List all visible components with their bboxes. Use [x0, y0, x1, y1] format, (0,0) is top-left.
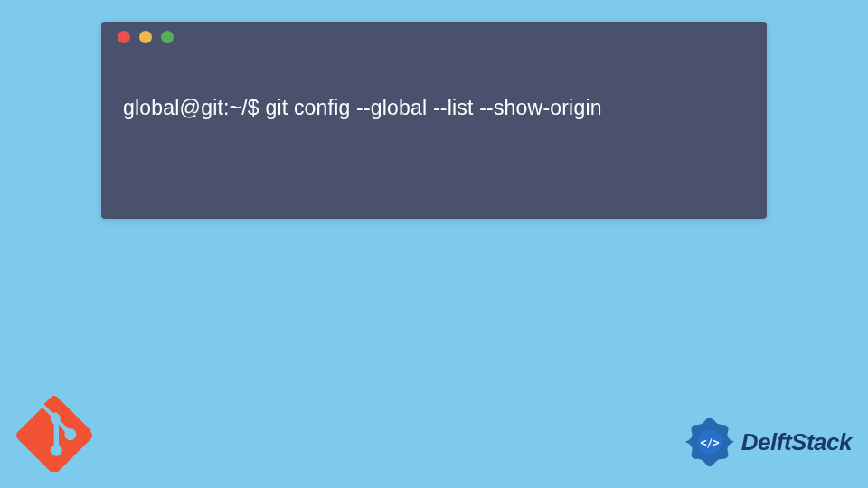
- svg-text:</>: </>: [700, 436, 719, 449]
- terminal-titlebar: [101, 22, 767, 52]
- terminal-window: global@git:~/$ git config --global --lis…: [101, 22, 767, 219]
- delftstack-brand-text: DelftStack: [741, 428, 852, 456]
- close-icon[interactable]: [118, 31, 130, 43]
- delftstack-mark-icon: </>: [684, 416, 736, 468]
- delftstack-logo: </> DelftStack: [684, 416, 852, 468]
- terminal-command: git config --global --list --show-origin: [265, 96, 601, 119]
- minimize-icon[interactable]: [139, 31, 152, 43]
- git-logo-icon: [16, 396, 92, 472]
- terminal-body: global@git:~/$ git config --global --lis…: [101, 52, 767, 138]
- terminal-prompt: global@git:~/$: [123, 96, 265, 119]
- maximize-icon[interactable]: [161, 31, 174, 43]
